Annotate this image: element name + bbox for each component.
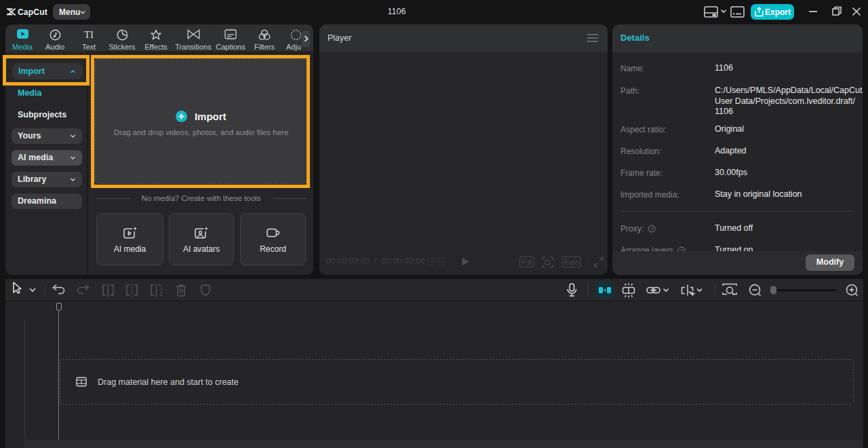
svg-text:?: ?: [650, 226, 653, 232]
